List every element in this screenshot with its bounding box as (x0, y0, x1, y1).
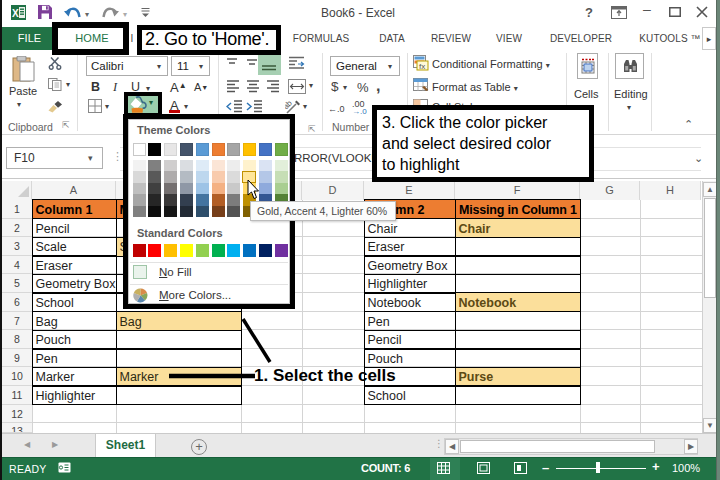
svg-text:fx: fx (419, 62, 425, 71)
svg-text:→.0: →.0 (352, 107, 367, 115)
svg-text:X: X (12, 8, 19, 19)
